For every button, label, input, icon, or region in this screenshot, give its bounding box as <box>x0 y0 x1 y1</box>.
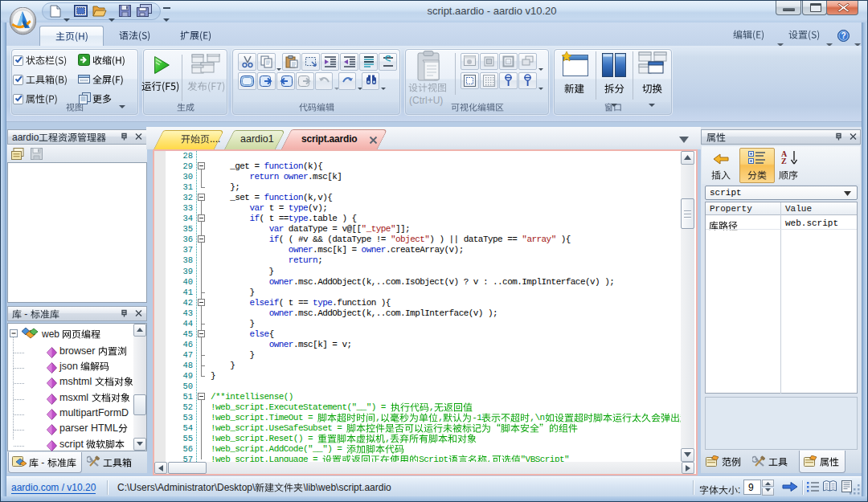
svg-text:?: ? <box>841 31 845 40</box>
